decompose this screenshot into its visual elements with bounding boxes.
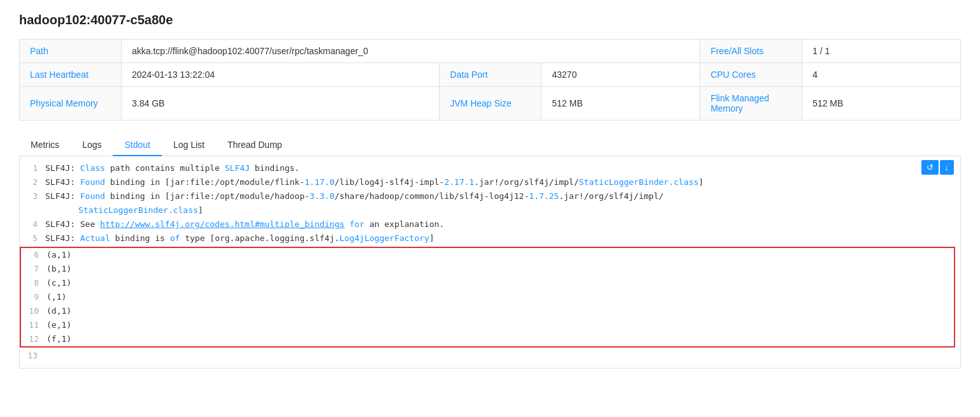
phys-mem-label: Physical Memory <box>20 87 122 121</box>
line-number: 13 <box>20 349 45 363</box>
tab-metrics[interactable]: Metrics <box>19 135 71 156</box>
line-number: 12 <box>21 332 47 346</box>
line-content: (b,1) <box>47 262 954 276</box>
tab-logs[interactable]: Logs <box>71 135 113 156</box>
jvm-heap-label: JVM Heap Size <box>440 87 542 121</box>
console-line: 5 SLF4J: Actual binding is of type [org.… <box>20 231 960 245</box>
line-number: 3 <box>20 189 45 203</box>
line-number: 2 <box>20 175 45 189</box>
line-number: 4 <box>20 217 45 231</box>
line-content: (a,1) <box>47 248 954 262</box>
console-line: 1 SLF4J: Class path contains multiple SL… <box>20 161 960 175</box>
tab-stdout[interactable]: Stdout <box>113 135 161 156</box>
tab-bar: Metrics Logs Stdout Log List Thread Dump <box>19 135 961 156</box>
cpu-cores-label: CPU Cores <box>700 63 802 87</box>
console-line: 4 SLF4J: See http://www.slf4j.org/codes.… <box>20 217 960 231</box>
console-line: 6 (a,1) <box>21 248 954 262</box>
line-number: 8 <box>21 276 47 290</box>
flink-managed-label: Flink Managed Memory <box>700 87 802 121</box>
highlighted-block: 6 (a,1) 7 (b,1) 8 (c,1) 9 (,1) <box>20 247 955 348</box>
line-content: SLF4J: Class path contains multiple SLF4… <box>45 161 960 175</box>
line-content: SLF4J: Actual binding is of type [org.ap… <box>45 231 960 245</box>
line-content: (,1) <box>47 290 954 304</box>
line-number: 5 <box>20 231 45 245</box>
data-port-value: 43270 <box>542 63 700 87</box>
flink-managed-value: 512 MB <box>802 87 961 121</box>
line-number: 9 <box>21 290 47 304</box>
console-line: 3 SLF4J: Found binding in [jar:file:/opt… <box>20 189 960 217</box>
line-content: (c,1) <box>47 276 954 290</box>
line-number: 11 <box>21 318 47 332</box>
line-content: (d,1) <box>47 304 954 318</box>
heartbeat-value: 2024-01-13 13:22:04 <box>122 63 440 87</box>
line-number: 7 <box>21 262 47 276</box>
console-lines: 1 SLF4J: Class path contains multiple SL… <box>20 156 960 368</box>
info-row-memory: Physical Memory 3.84 GB JVM Heap Size 51… <box>20 87 961 121</box>
console-line: 12 (f,1) <box>21 332 954 346</box>
jvm-heap-value: 512 MB <box>542 87 700 121</box>
console-line: 10 (d,1) <box>21 304 954 318</box>
line-content: SLF4J: See http://www.slf4j.org/codes.ht… <box>45 217 960 231</box>
path-value: akka.tcp://flink@hadoop102:40077/user/rp… <box>122 40 700 63</box>
info-row-heartbeat: Last Heartbeat 2024-01-13 13:22:04 Data … <box>20 63 961 87</box>
path-label: Path <box>20 40 122 63</box>
page-container: hadoop102:40077-c5a80e Path akka.tcp://f… <box>0 0 980 417</box>
console-toolbar: ↺ ↓ <box>921 160 955 175</box>
cpu-cores-value: 4 <box>802 63 961 87</box>
console-line: 11 (e,1) <box>21 318 954 332</box>
line-content: (f,1) <box>47 332 954 346</box>
free-slots-label: Free/All Slots <box>700 40 802 63</box>
line-content: SLF4J: Found binding in [jar:file:/opt/m… <box>45 175 960 189</box>
free-slots-value: 1 / 1 <box>802 40 961 63</box>
console-area: ↺ ↓ 1 SLF4J: Class path contains multipl… <box>19 156 961 369</box>
info-row-path: Path akka.tcp://flink@hadoop102:40077/us… <box>20 40 961 63</box>
heartbeat-label: Last Heartbeat <box>20 63 122 87</box>
console-line: 13 <box>20 349 960 363</box>
line-content: (e,1) <box>47 318 954 332</box>
line-number: 6 <box>21 248 47 262</box>
console-line: 8 (c,1) <box>21 276 954 290</box>
console-line: 7 (b,1) <box>21 262 954 276</box>
line-number: 1 <box>20 161 45 175</box>
console-line: 9 (,1) <box>21 290 954 304</box>
refresh-button[interactable]: ↺ <box>921 160 939 175</box>
line-number: 10 <box>21 304 47 318</box>
page-title: hadoop102:40077-c5a80e <box>19 13 961 27</box>
download-button[interactable]: ↓ <box>940 160 955 175</box>
tab-thread-dump[interactable]: Thread Dump <box>216 135 294 156</box>
line-content: SLF4J: Found binding in [jar:file:/opt/m… <box>45 189 960 217</box>
info-table: Path akka.tcp://flink@hadoop102:40077/us… <box>19 39 961 121</box>
console-line: 2 SLF4J: Found binding in [jar:file:/opt… <box>20 175 960 189</box>
tab-log-list[interactable]: Log List <box>162 135 216 156</box>
phys-mem-value: 3.84 GB <box>122 87 440 121</box>
data-port-label: Data Port <box>440 63 542 87</box>
